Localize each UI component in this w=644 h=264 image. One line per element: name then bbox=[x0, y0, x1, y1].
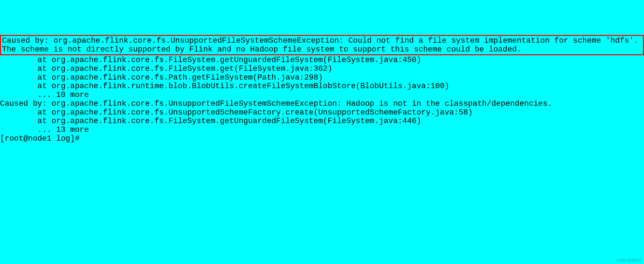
stack-trace-line: at org.apache.flink.core.fs.FileSystem.g… bbox=[0, 56, 421, 64]
stack-trace-line: Caused by: org.apache.flink.core.fs.Unsu… bbox=[0, 99, 552, 108]
stack-trace-line: ... 13 more bbox=[0, 125, 89, 134]
highlighted-error-block: Caused by: org.apache.flink.core.fs.Unsu… bbox=[0, 35, 644, 55]
shell-prompt[interactable]: [root@node1 log]# bbox=[0, 134, 79, 143]
watermark-text: CSDN @杨林伟 bbox=[616, 258, 641, 262]
stack-trace-line: at org.apache.flink.runtime.blob.BlobUti… bbox=[0, 82, 449, 90]
stack-trace-line: at org.apache.flink.core.fs.FileSystem.g… bbox=[0, 64, 332, 73]
stack-trace-line: at org.apache.flink.core.fs.FileSystem.g… bbox=[0, 117, 421, 125]
stack-trace-line: at org.apache.flink.core.fs.UnsupportedS… bbox=[0, 108, 473, 117]
stack-trace-line: at org.apache.flink.core.fs.Path.getFile… bbox=[0, 73, 323, 82]
stack-trace-line: ... 10 more bbox=[0, 90, 89, 99]
terminal-output[interactable]: Caused by: org.apache.flink.core.fs.Unsu… bbox=[0, 35, 644, 264]
